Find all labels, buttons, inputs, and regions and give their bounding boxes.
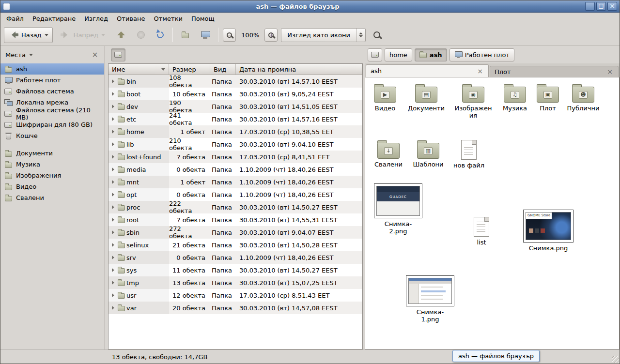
zoom-out-button[interactable] — [223, 29, 236, 42]
tree-row[interactable]: root? обектаПапка30.03.2010 (вт) 14,55,3… — [108, 213, 362, 226]
path-button-ash[interactable]: ash — [415, 48, 447, 61]
folder-item-public[interactable]: Публични — [565, 83, 602, 112]
tree-row[interactable]: dev190 обектаПапка30.03.2010 (вт) 14,51,… — [108, 100, 362, 113]
tree-row[interactable]: media0 обектаПапка1.10.2009 (чт) 18,40,2… — [108, 163, 362, 176]
file-item-snimka-1[interactable]: Снимка-1.png — [406, 275, 454, 323]
expander-icon[interactable] — [112, 167, 116, 171]
computer-path-button[interactable] — [368, 48, 382, 61]
search-button[interactable] — [369, 27, 385, 43]
tree-row[interactable]: mnt1 обектПапка1.10.2009 (чт) 18,40,26 E… — [108, 176, 362, 188]
expander-icon[interactable] — [112, 243, 116, 247]
tree-row[interactable]: etc241 обектаПапка30.03.2010 (вт) 14,57,… — [108, 113, 362, 125]
menu-go[interactable]: Отиване — [112, 14, 149, 24]
folder-item-downloads[interactable]: Свалени — [371, 139, 406, 168]
tree-row[interactable]: srv0 обектаПапка1.10.2009 (чт) 18,40,26 … — [108, 251, 362, 264]
tree-row[interactable]: boot10 обектаПапка30.03.2010 (вт) 9,05,2… — [108, 88, 362, 100]
folder-item-music[interactable]: Музика — [498, 83, 532, 112]
expander-icon[interactable] — [112, 230, 116, 234]
sidebar-item-downloads[interactable]: Свалени — [0, 192, 104, 203]
tree-row[interactable]: tmp13 обектаПапка30.03.2010 (вт) 15,07,2… — [108, 276, 362, 289]
expander-icon[interactable] — [112, 281, 116, 285]
tree-row[interactable]: lost+found? обектаПапка17.03.2010 (ср) 8… — [108, 151, 362, 163]
column-header-name[interactable]: Име — [108, 64, 169, 75]
tree-row[interactable]: selinux21 обектаПапка30.03.2010 (вт) 14,… — [108, 239, 362, 251]
expander-icon[interactable] — [112, 306, 116, 310]
minimize-button[interactable] — [585, 2, 595, 11]
sidebar-item-filesystem[interactable]: Файлова система — [0, 86, 104, 97]
expander-icon[interactable] — [112, 180, 116, 184]
expander-icon[interactable] — [112, 130, 116, 134]
expander-icon[interactable] — [112, 268, 116, 272]
sidebar-item-home[interactable]: ash — [0, 63, 104, 75]
back-button[interactable]: Назад — [4, 27, 53, 43]
view-mode-select[interactable]: Изглед като икони — [281, 28, 366, 42]
tree-row[interactable]: home1 обектПапка17.03.2010 (ср) 10,38,55… — [108, 125, 362, 138]
forward-button[interactable]: Напред — [56, 27, 109, 43]
expander-icon[interactable] — [112, 205, 116, 209]
folder-item-desktop[interactable]: Плот — [532, 83, 564, 112]
maximize-button[interactable] — [596, 2, 606, 11]
title-bar[interactable]: ash — файлов браузър — [0, 0, 620, 13]
path-button-home[interactable]: home — [385, 48, 412, 61]
tree-row[interactable]: sbin272 обектаПапка30.03.2010 (вт) 9,04,… — [108, 226, 362, 239]
menu-file[interactable]: Файл — [2, 14, 28, 24]
tree-row[interactable]: bin108 обектаПапка30.03.2010 (вт) 14,57,… — [108, 75, 362, 88]
view-mode-spinner-icon[interactable] — [356, 29, 365, 42]
sidebar-selector-caret-icon[interactable] — [29, 54, 33, 58]
expander-icon[interactable] — [112, 142, 116, 146]
tree-row[interactable]: opt0 обектаПапка1.10.2009 (чт) 18,40,26 … — [108, 188, 362, 201]
close-button[interactable] — [607, 2, 617, 11]
sidebar-item-documents[interactable]: Документи — [0, 148, 104, 159]
tab-close-icon[interactable]: × — [476, 67, 484, 75]
folder-item-templates[interactable]: Шаблони — [411, 139, 446, 168]
root-path-button[interactable] — [111, 48, 125, 61]
sidebar-item-desktop[interactable]: Работен плот — [0, 75, 104, 86]
pane-splitter[interactable] — [105, 46, 108, 349]
computer-button[interactable] — [197, 27, 214, 43]
stop-button[interactable] — [133, 27, 149, 43]
file-item-snimka[interactable]: GNOME Store Снимка.png — [523, 210, 574, 252]
sidebar-title[interactable]: Места — [5, 51, 26, 59]
sidebar-item-pictures[interactable]: Изображения — [0, 170, 104, 181]
back-history-caret-icon[interactable] — [45, 34, 48, 38]
menu-edit[interactable]: Редактиране — [28, 14, 80, 24]
file-item-list[interactable]: list — [465, 215, 498, 246]
file-item-snimka-2[interactable]: GUADEC Снимка-2.png — [374, 183, 422, 235]
expander-icon[interactable] — [112, 218, 116, 222]
column-header-type[interactable]: Вид — [210, 64, 236, 75]
resize-grip[interactable] — [612, 356, 619, 363]
path-button-desktop[interactable]: Работен плот — [450, 48, 514, 61]
tree-row[interactable]: usr12 обектаПапка17.03.2010 (ср) 8,51,43… — [108, 289, 362, 302]
sidebar-item-music[interactable]: Музика — [0, 159, 104, 170]
expander-icon[interactable] — [112, 79, 116, 83]
column-header-size[interactable]: Размер — [169, 64, 210, 75]
up-button[interactable] — [113, 27, 129, 43]
tab-desktop[interactable]: Плот× — [490, 66, 619, 77]
expander-icon[interactable] — [112, 155, 116, 159]
folder-item-videos[interactable]: Видео — [367, 83, 403, 112]
home-button[interactable] — [177, 27, 193, 43]
tree-row[interactable]: sys11 обектаПапка30.03.2010 (вт) 14,50,2… — [108, 264, 362, 276]
expander-icon[interactable] — [112, 92, 116, 96]
expander-icon[interactable] — [112, 117, 116, 121]
sidebar-item-videos[interactable]: Видео — [0, 181, 104, 192]
tab-close-icon[interactable]: × — [606, 68, 614, 76]
expander-icon[interactable] — [112, 293, 116, 297]
tree-row[interactable]: var20 обектаПапка30.03.2010 (вт) 14,57,0… — [108, 302, 362, 314]
icon-view[interactable]: Видео Документи Изображения Музика Плот — [365, 77, 620, 349]
folder-item-documents[interactable]: Документи — [406, 83, 447, 112]
sidebar-item-encrypted[interactable]: Шифриран дял (80 GB) — [0, 119, 104, 130]
tree-row[interactable]: lib210 обектаПапка30.03.2010 (вт) 9,04,1… — [108, 138, 362, 151]
file-item-new-file[interactable]: нов файл — [452, 138, 486, 169]
zoom-in-button[interactable] — [264, 29, 278, 42]
sidebar-item-trash[interactable]: Кошче — [0, 130, 104, 141]
expander-icon[interactable] — [112, 193, 116, 197]
expander-icon[interactable] — [112, 256, 116, 259]
column-header-date[interactable]: Дата на промяна — [236, 64, 362, 75]
sidebar-item-filesystem-210[interactable]: Файлова система (210 MB) — [0, 108, 104, 119]
menu-help[interactable]: Помощ — [187, 14, 219, 24]
menu-bookmarks[interactable]: Отметки — [149, 14, 186, 24]
folder-item-pictures[interactable]: Изображения — [454, 83, 492, 119]
sidebar-close-icon[interactable]: × — [91, 50, 99, 59]
expander-icon[interactable] — [112, 105, 116, 108]
